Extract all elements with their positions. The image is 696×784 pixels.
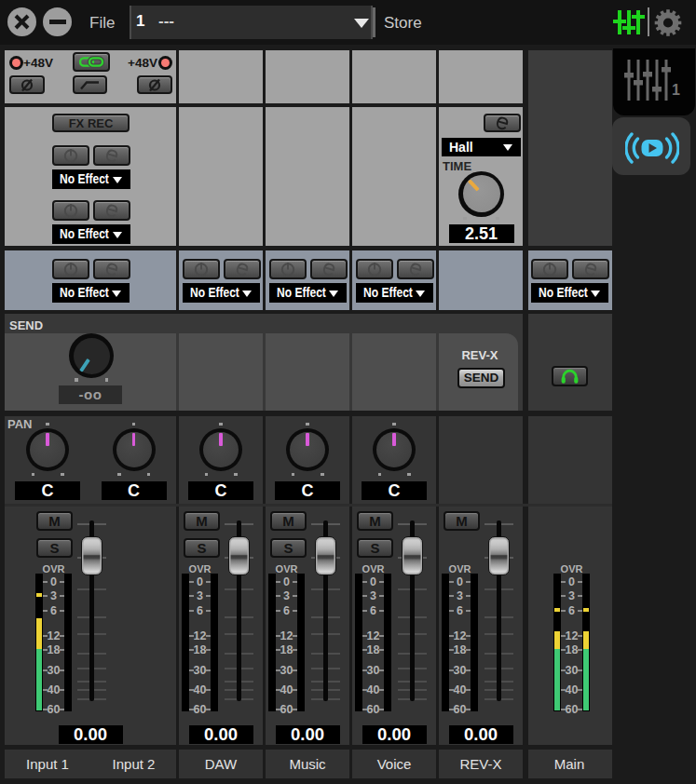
svg-text:1: 1	[672, 82, 680, 98]
